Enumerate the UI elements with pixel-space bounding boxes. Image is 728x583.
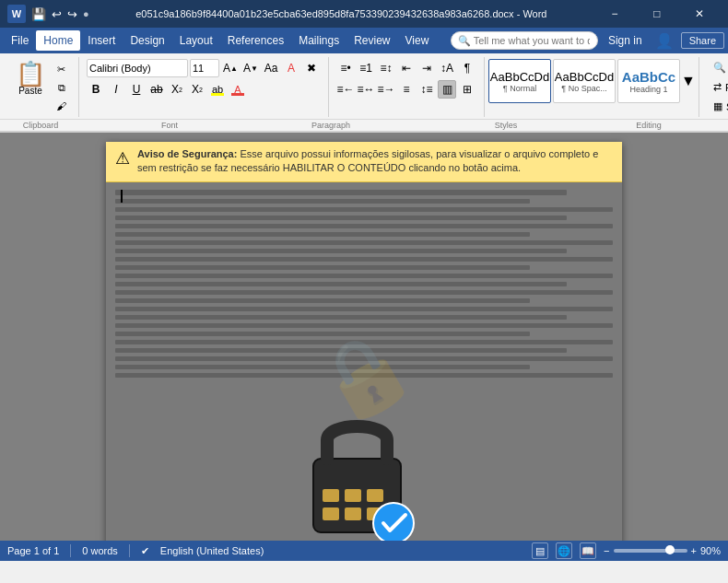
replace-icon: ⇄	[713, 81, 722, 93]
sort-button[interactable]: ↕A	[438, 59, 456, 77]
style-nospace-label: ¶ No Spac...	[561, 84, 606, 93]
numbering-button[interactable]: ≡1	[357, 59, 375, 77]
underline-button[interactable]: U	[127, 80, 146, 99]
signin-button[interactable]: Sign in	[603, 32, 648, 49]
menu-layout[interactable]: Layout	[172, 30, 220, 51]
lock-icon	[304, 408, 424, 541]
paragraph-group: ≡• ≡1 ≡↕ ⇤ ⇥ ↕A ¶ ≡← ≡↔ ≡→ ≡ ↕≡ ▥ ⊞	[329, 57, 485, 117]
print-layout-view-button[interactable]: ▤	[532, 542, 548, 559]
italic-button[interactable]: I	[107, 80, 125, 99]
menu-insert[interactable]: Insert	[80, 30, 123, 51]
align-right-button[interactable]: ≡→	[377, 80, 395, 99]
font-label: Font	[77, 120, 262, 131]
paste-icon: 📋	[16, 62, 45, 86]
justify-button[interactable]: ≡	[397, 80, 416, 99]
font-row2: B I U ab X2 X2 ab A	[87, 80, 321, 99]
title-bar: W 💾 ↩ ↪ ● e051c9a186b9f84400a01b23e5cba6…	[0, 0, 728, 28]
zoom-level[interactable]: 90%	[700, 545, 721, 556]
styles-group: AaBbCcDd ¶ Normal AaBbCcDd ¶ No Spac... …	[485, 57, 699, 117]
share-button[interactable]: Share	[681, 32, 724, 49]
svg-rect-4	[323, 507, 339, 520]
page-count: Page 1 of 1	[7, 545, 59, 556]
line-spacing-button[interactable]: ↕≡	[417, 80, 436, 99]
menu-review[interactable]: Review	[346, 30, 397, 51]
clear-formatting-button[interactable]: ✖	[302, 59, 321, 77]
select-button[interactable]: ▦ Select "	[707, 98, 728, 115]
zoom-plus-button[interactable]: +	[691, 545, 697, 556]
style-nospace[interactable]: AaBbCcDd ¶ No Spac...	[553, 59, 616, 103]
bold-button[interactable]: B	[87, 80, 105, 99]
format-painter-button[interactable]: 🖌	[52, 98, 71, 114]
read-mode-button[interactable]: 📖	[580, 542, 596, 559]
menu-references[interactable]: References	[220, 30, 291, 51]
increase-indent-button[interactable]: ⇥	[417, 59, 436, 77]
quick-access-undo[interactable]: ↩	[52, 7, 62, 21]
svg-rect-2	[345, 489, 361, 502]
para-row2: ≡← ≡↔ ≡→ ≡ ↕≡ ▥ ⊞	[336, 80, 476, 99]
shading-button[interactable]: ▥	[438, 80, 456, 99]
quick-access-save[interactable]: 💾	[31, 7, 46, 21]
multilevel-button[interactable]: ≡↕	[377, 59, 395, 77]
word-icon: W	[7, 5, 26, 23]
font-name-input[interactable]	[87, 59, 188, 77]
zoom-area: − + 90%	[604, 545, 721, 556]
text-effects-button[interactable]: A	[282, 59, 300, 77]
text-highlight-button[interactable]: ab	[208, 80, 227, 99]
zoom-slider[interactable]	[614, 549, 687, 553]
paste-label: Paste	[18, 86, 42, 96]
document-page[interactable]: ⚠ Aviso de Segurança: Esse arquivo possu…	[106, 142, 622, 541]
spell-check-icon[interactable]: ✔	[141, 545, 149, 557]
zoom-minus-button[interactable]: −	[604, 545, 609, 556]
autosave-indicator: ●	[83, 8, 89, 19]
tell-me-input[interactable]	[451, 31, 598, 50]
strikethrough-button[interactable]: ab	[147, 80, 166, 99]
style-normal-label: ¶ Normal	[503, 84, 536, 93]
menu-bar: File Home Insert Design Layout Reference…	[0, 28, 728, 53]
web-layout-view-button[interactable]: 🌐	[556, 542, 572, 559]
copy-button[interactable]: ⧉	[52, 79, 71, 96]
quick-access-redo[interactable]: ↪	[67, 7, 77, 21]
decrease-font-size-button[interactable]: A▼	[241, 59, 260, 77]
menu-mailings[interactable]: Mailings	[291, 30, 346, 51]
font-color-button[interactable]: A	[229, 80, 247, 99]
find-button[interactable]: 🔍 Find	[707, 59, 728, 76]
styles-more-button[interactable]: ▼	[682, 59, 695, 103]
title-bar-left: W 💾 ↩ ↪ ●	[7, 5, 89, 23]
show-formatting-button[interactable]: ¶	[458, 59, 476, 77]
change-case-button[interactable]: Aa	[262, 59, 280, 77]
style-normal[interactable]: AaBbCcDd ¶ Normal	[488, 59, 551, 103]
bullets-button[interactable]: ≡•	[336, 59, 355, 77]
align-center-button[interactable]: ≡↔	[357, 80, 375, 99]
clipboard-label: Clipboard	[4, 120, 77, 131]
increase-font-size-button[interactable]: A▲	[221, 59, 240, 77]
minimize-button[interactable]: −	[593, 0, 636, 28]
svg-rect-3	[367, 489, 383, 502]
font-size-input[interactable]	[190, 59, 219, 77]
close-button[interactable]: ✕	[678, 0, 721, 28]
menu-view[interactable]: View	[398, 30, 437, 51]
align-left-button[interactable]: ≡←	[336, 80, 355, 99]
decrease-indent-button[interactable]: ⇤	[397, 59, 416, 77]
maximize-button[interactable]: □	[636, 0, 678, 28]
menu-file[interactable]: File	[4, 30, 36, 51]
menu-home[interactable]: Home	[36, 30, 80, 51]
select-icon: ▦	[713, 100, 722, 112]
styles-boxes: AaBbCcDd ¶ Normal AaBbCcDd ¶ No Spac... …	[488, 59, 695, 103]
editing-label: Editing	[612, 120, 686, 131]
editing-group: 🔍 Find ⇄ Replace ▦ Select "	[699, 57, 728, 117]
borders-button[interactable]: ⊞	[458, 80, 476, 99]
replace-button[interactable]: ⇄ Replace	[707, 78, 728, 96]
text-cursor	[121, 190, 123, 203]
superscript-button[interactable]: X2	[188, 80, 206, 99]
paste-button[interactable]: 📋 Paste	[11, 59, 50, 114]
subscript-button[interactable]: X2	[168, 80, 186, 99]
clipboard-group: 📋 Paste ✂ ⧉ 🖌	[4, 57, 79, 117]
banner-text: Aviso de Segurança: Esse arquivo possui …	[137, 147, 613, 176]
cut-button[interactable]: ✂	[52, 61, 71, 77]
language-indicator[interactable]: English (United States)	[160, 545, 264, 556]
menu-design[interactable]: Design	[123, 30, 171, 51]
style-heading1[interactable]: AaBbCc Heading 1	[617, 59, 680, 103]
style-heading1-label: Heading 1	[629, 85, 667, 94]
status-right: ▤ 🌐 📖 − + 90%	[532, 542, 721, 559]
status-left: Page 1 of 1 0 words ✔ English (United St…	[7, 544, 264, 557]
